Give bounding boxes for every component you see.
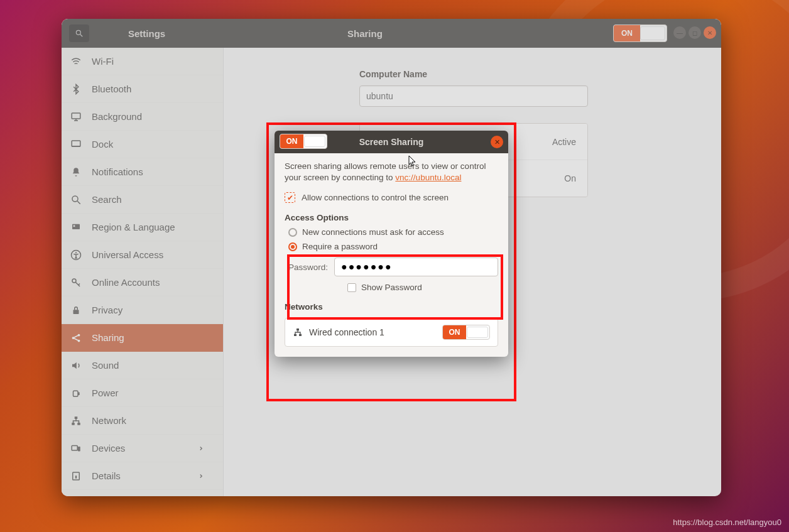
sidebar-item-universal-access[interactable]: Universal Access xyxy=(62,241,223,269)
minimize-button[interactable]: — xyxy=(673,26,686,39)
sound-icon xyxy=(70,360,82,371)
sidebar-item-privacy[interactable]: Privacy xyxy=(62,296,223,324)
chevron-right-icon xyxy=(198,473,204,479)
show-password-checkbox[interactable] xyxy=(347,283,356,292)
sharing-master-toggle[interactable]: ON xyxy=(613,24,667,42)
screen-sharing-toggle[interactable]: ON xyxy=(280,134,327,149)
radio-password-label: Require a password xyxy=(302,242,378,251)
sidebar-item-bluetooth[interactable]: Bluetooth xyxy=(62,75,223,103)
svg-point-11 xyxy=(72,279,76,283)
svg-rect-16 xyxy=(73,391,79,396)
svg-rect-7 xyxy=(72,224,80,229)
svg-rect-18 xyxy=(75,416,78,419)
sidebar-item-dock[interactable]: Dock xyxy=(62,131,223,158)
svg-rect-26 xyxy=(297,328,299,330)
info-icon xyxy=(70,470,82,482)
dialog-title: Screen Sharing xyxy=(359,137,424,147)
search-button[interactable] xyxy=(69,24,89,42)
sidebar-item-online-accounts[interactable]: Online Accounts xyxy=(62,269,223,296)
screen-sharing-description: Screen sharing allows remote users to vi… xyxy=(285,161,498,183)
svg-point-8 xyxy=(73,225,75,227)
dock-icon xyxy=(70,139,82,150)
svg-rect-27 xyxy=(294,334,297,336)
lock-icon xyxy=(70,305,82,316)
maximize-button[interactable]: ◻ xyxy=(688,26,701,39)
sidebar-item-devices[interactable]: Devices xyxy=(62,435,223,462)
svg-rect-28 xyxy=(299,334,302,336)
networks-heading: Networks xyxy=(285,302,498,312)
svg-rect-12 xyxy=(73,310,79,314)
svg-rect-3 xyxy=(72,141,80,146)
access-options-heading: Access Options xyxy=(285,213,498,222)
password-label: Password: xyxy=(288,263,328,272)
sidebar-item-sharing[interactable]: Sharing xyxy=(62,324,223,352)
bell-icon xyxy=(70,166,82,178)
dialog-close-button[interactable]: ✕ xyxy=(491,136,503,148)
svg-line-1 xyxy=(80,35,83,37)
power-icon xyxy=(70,388,82,399)
titlebar: Settings Sharing ON — ◻ ✕ xyxy=(62,19,721,48)
show-password-label: Show Password xyxy=(361,283,422,292)
dialog-titlebar: ON Screen Sharing ✕ xyxy=(275,131,508,153)
computer-name-input[interactable] xyxy=(359,85,588,107)
settings-window: Settings Sharing ON — ◻ ✕ Wi-Fi Bluetoot… xyxy=(62,19,721,496)
watermark-text: https://blog.csdn.net/langyou0 xyxy=(673,518,781,527)
svg-rect-19 xyxy=(72,423,75,425)
sidebar-item-network[interactable]: Network xyxy=(62,407,223,435)
network-row: Wired connection 1 ON xyxy=(285,318,498,346)
sidebar-item-power[interactable]: Power xyxy=(62,379,223,407)
computer-name-label: Computer Name xyxy=(359,69,721,79)
svg-point-5 xyxy=(72,196,78,202)
close-button[interactable]: ✕ xyxy=(704,26,716,39)
bluetooth-icon xyxy=(70,84,82,95)
sidebar-item-details[interactable]: Details xyxy=(62,462,223,490)
share-icon xyxy=(70,332,82,344)
ethernet-icon xyxy=(293,327,303,337)
svg-rect-20 xyxy=(77,423,80,425)
screen-sharing-dialog: ON Screen Sharing ✕ Screen sharing allow… xyxy=(275,131,508,357)
svg-point-0 xyxy=(76,30,80,35)
svg-point-10 xyxy=(75,252,77,253)
search-icon xyxy=(70,194,82,205)
radio-require-password[interactable] xyxy=(288,242,297,251)
accessibility-icon xyxy=(70,249,82,261)
flag-icon xyxy=(70,222,82,233)
sidebar-item-wifi[interactable]: Wi-Fi xyxy=(62,48,223,75)
vnc-link[interactable]: vnc://ubuntu.local xyxy=(395,173,461,182)
password-input[interactable] xyxy=(334,258,498,276)
sidebar-item-region[interactable]: Region & Language xyxy=(62,214,223,241)
network-toggle[interactable]: ON xyxy=(442,325,490,340)
allow-control-checkbox[interactable] xyxy=(285,192,295,203)
key-icon xyxy=(70,277,82,288)
sidebar-item-notifications[interactable]: Notifications xyxy=(62,158,223,186)
allow-control-label: Allow connections to control the screen xyxy=(302,193,449,202)
devices-icon xyxy=(70,443,82,454)
sidebar: Wi-Fi Bluetooth Background Dock Notifica… xyxy=(62,48,224,496)
sidebar-item-background[interactable]: Background xyxy=(62,103,223,131)
radio-ask-label: New connections must ask for access xyxy=(302,227,444,237)
monitor-icon xyxy=(70,111,82,122)
svg-rect-21 xyxy=(72,445,77,450)
radio-ask-access[interactable] xyxy=(288,228,297,237)
svg-rect-2 xyxy=(72,113,80,119)
chevron-right-icon xyxy=(198,445,204,452)
svg-line-6 xyxy=(77,201,80,204)
sidebar-item-sound[interactable]: Sound xyxy=(62,352,223,379)
panel-title: Sharing xyxy=(347,28,383,39)
svg-rect-22 xyxy=(78,447,80,452)
toggle-on-label: ON xyxy=(614,25,640,41)
network-icon xyxy=(70,415,82,426)
sidebar-item-search[interactable]: Search xyxy=(62,186,223,214)
network-name: Wired connection 1 xyxy=(309,327,384,337)
app-title: Settings xyxy=(128,28,165,39)
networks-list: Wired connection 1 ON xyxy=(285,318,498,347)
wifi-icon xyxy=(70,56,82,67)
